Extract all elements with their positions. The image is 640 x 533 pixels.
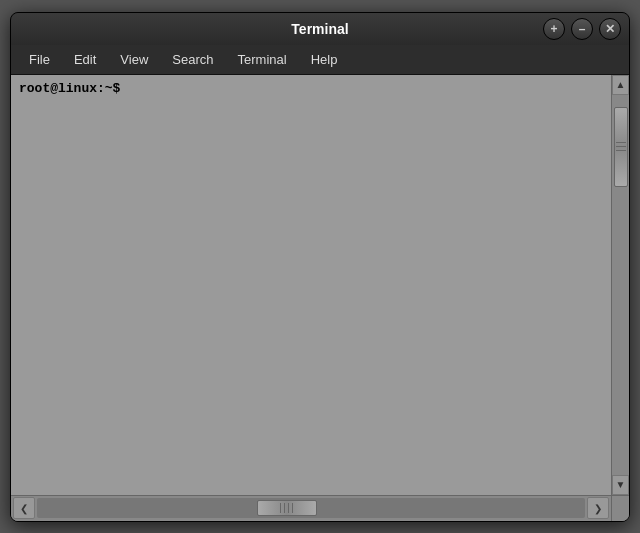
scrollbar-corner: [611, 496, 629, 521]
scroll-up-arrow[interactable]: ▲: [612, 75, 629, 95]
h-grip-line-1: [280, 503, 281, 513]
terminal-body: root@linux:~$ ▲ ▼: [11, 75, 629, 495]
left-arrow-icon: ❮: [20, 503, 28, 514]
menu-terminal[interactable]: Terminal: [228, 48, 297, 71]
scroll-left-arrow[interactable]: ❮: [13, 497, 35, 519]
terminal-content[interactable]: root@linux:~$: [11, 75, 611, 495]
horizontal-scrollbar: ❮ ❯: [11, 496, 611, 521]
prompt-text: root@linux:~$: [19, 81, 120, 96]
title-bar: Terminal + – ✕: [11, 13, 629, 45]
down-arrow-icon: ▼: [616, 479, 626, 490]
up-arrow-icon: ▲: [616, 79, 626, 90]
scroll-thumb-horizontal[interactable]: [257, 500, 317, 516]
scroll-thumb-vertical[interactable]: [614, 107, 628, 187]
window-title: Terminal: [291, 21, 348, 37]
h-grip-line-3: [288, 503, 289, 513]
grip-line-1: [616, 142, 626, 143]
menu-search[interactable]: Search: [162, 48, 223, 71]
terminal-prompt: root@linux:~$: [19, 81, 603, 96]
bottom-bar: ❮ ❯: [11, 495, 629, 521]
scroll-track-vertical[interactable]: [612, 95, 629, 475]
minimize-button[interactable]: –: [571, 18, 593, 40]
scroll-down-arrow[interactable]: ▼: [612, 475, 629, 495]
grip-line-3: [616, 150, 626, 151]
menu-help[interactable]: Help: [301, 48, 348, 71]
menu-file[interactable]: File: [19, 48, 60, 71]
menu-edit[interactable]: Edit: [64, 48, 106, 71]
grip-line-2: [616, 146, 626, 147]
menu-bar: File Edit View Search Terminal Help: [11, 45, 629, 75]
vertical-scrollbar: ▲ ▼: [611, 75, 629, 495]
close-button[interactable]: ✕: [599, 18, 621, 40]
terminal-window: Terminal + – ✕ File Edit View Search Ter…: [10, 12, 630, 522]
scroll-track-horizontal[interactable]: [37, 498, 585, 518]
scroll-right-arrow[interactable]: ❯: [587, 497, 609, 519]
window-controls: + – ✕: [543, 18, 621, 40]
add-button[interactable]: +: [543, 18, 565, 40]
h-grip-line-4: [292, 503, 293, 513]
right-arrow-icon: ❯: [594, 503, 602, 514]
h-grip-line-2: [284, 503, 285, 513]
menu-view[interactable]: View: [110, 48, 158, 71]
